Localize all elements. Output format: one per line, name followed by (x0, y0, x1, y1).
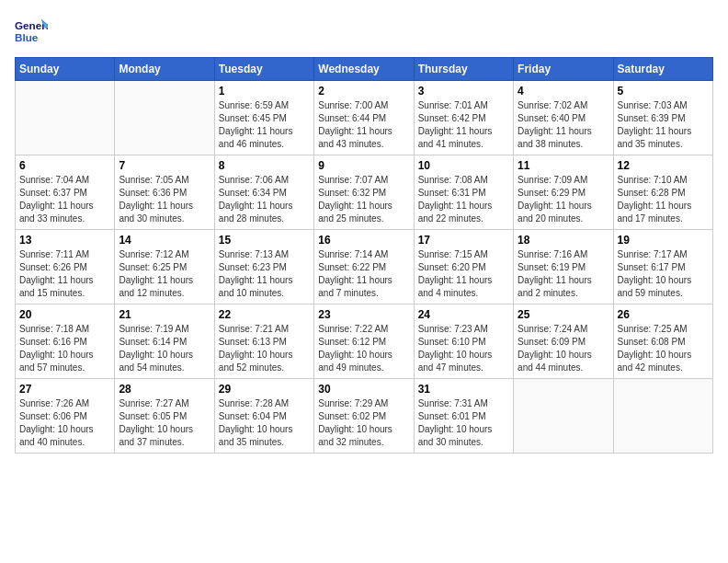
calendar-cell (115, 81, 214, 155)
calendar-cell (514, 379, 613, 454)
day-info: Sunrise: 7:06 AM Sunset: 6:34 PM Dayligh… (219, 174, 310, 225)
calendar-cell: 27Sunrise: 7:26 AM Sunset: 6:06 PM Dayli… (16, 379, 115, 454)
calendar-cell: 29Sunrise: 7:28 AM Sunset: 6:04 PM Dayli… (214, 379, 313, 454)
calendar-week-3: 13Sunrise: 7:11 AM Sunset: 6:26 PM Dayli… (16, 230, 713, 304)
calendar-week-4: 20Sunrise: 7:18 AM Sunset: 6:16 PM Dayli… (16, 304, 713, 379)
calendar-cell: 26Sunrise: 7:25 AM Sunset: 6:08 PM Dayli… (613, 304, 712, 379)
calendar-cell: 25Sunrise: 7:24 AM Sunset: 6:09 PM Dayli… (514, 304, 613, 379)
calendar-cell: 24Sunrise: 7:23 AM Sunset: 6:10 PM Dayli… (414, 304, 513, 379)
day-info: Sunrise: 7:13 AM Sunset: 6:23 PM Dayligh… (219, 248, 310, 300)
day-info: Sunrise: 7:01 AM Sunset: 6:42 PM Dayligh… (418, 99, 509, 151)
day-info: Sunrise: 7:18 AM Sunset: 6:16 PM Dayligh… (19, 323, 110, 374)
day-info: Sunrise: 7:16 AM Sunset: 6:19 PM Dayligh… (518, 248, 609, 300)
calendar-cell: 30Sunrise: 7:29 AM Sunset: 6:02 PM Dayli… (314, 379, 414, 454)
day-number: 27 (19, 383, 110, 396)
day-info: Sunrise: 7:17 AM Sunset: 6:17 PM Dayligh… (618, 248, 709, 300)
day-number: 3 (418, 85, 509, 98)
calendar-cell: 23Sunrise: 7:22 AM Sunset: 6:12 PM Dayli… (314, 304, 414, 379)
logo: General Blue (15, 15, 48, 48)
day-number: 2 (318, 85, 409, 98)
weekday-header-row: SundayMondayTuesdayWednesdayThursdayFrid… (16, 58, 713, 81)
day-info: Sunrise: 7:24 AM Sunset: 6:09 PM Dayligh… (518, 323, 609, 374)
day-info: Sunrise: 7:25 AM Sunset: 6:08 PM Dayligh… (618, 323, 709, 374)
day-number: 16 (318, 234, 409, 247)
weekday-header-wednesday: Wednesday (314, 58, 414, 81)
day-info: Sunrise: 7:03 AM Sunset: 6:39 PM Dayligh… (618, 99, 709, 151)
day-number: 30 (318, 383, 409, 396)
day-number: 28 (119, 383, 210, 396)
calendar-week-5: 27Sunrise: 7:26 AM Sunset: 6:06 PM Dayli… (16, 379, 713, 454)
day-number: 11 (518, 159, 609, 172)
calendar-cell: 7Sunrise: 7:05 AM Sunset: 6:36 PM Daylig… (115, 155, 214, 230)
day-info: Sunrise: 6:59 AM Sunset: 6:45 PM Dayligh… (219, 99, 310, 151)
day-number: 13 (19, 234, 110, 247)
day-info: Sunrise: 7:22 AM Sunset: 6:12 PM Dayligh… (318, 323, 409, 374)
day-number: 21 (119, 308, 210, 321)
weekday-header-friday: Friday (514, 58, 613, 81)
day-info: Sunrise: 7:23 AM Sunset: 6:10 PM Dayligh… (418, 323, 509, 374)
calendar-week-2: 6Sunrise: 7:04 AM Sunset: 6:37 PM Daylig… (16, 155, 713, 230)
day-info: Sunrise: 7:29 AM Sunset: 6:02 PM Dayligh… (318, 397, 409, 449)
day-info: Sunrise: 7:05 AM Sunset: 6:36 PM Dayligh… (119, 174, 210, 225)
day-info: Sunrise: 7:11 AM Sunset: 6:26 PM Dayligh… (19, 248, 110, 300)
day-number: 14 (119, 234, 210, 247)
weekday-header-monday: Monday (115, 58, 214, 81)
day-number: 20 (19, 308, 110, 321)
day-number: 25 (518, 308, 609, 321)
day-number: 5 (618, 85, 709, 98)
day-number: 19 (618, 234, 709, 247)
calendar-cell: 4Sunrise: 7:02 AM Sunset: 6:40 PM Daylig… (514, 81, 613, 155)
day-info: Sunrise: 7:12 AM Sunset: 6:25 PM Dayligh… (119, 248, 210, 300)
calendar-cell: 10Sunrise: 7:08 AM Sunset: 6:31 PM Dayli… (414, 155, 513, 230)
day-info: Sunrise: 7:08 AM Sunset: 6:31 PM Dayligh… (418, 174, 509, 225)
day-number: 4 (518, 85, 609, 98)
day-number: 24 (418, 308, 509, 321)
calendar-cell: 15Sunrise: 7:13 AM Sunset: 6:23 PM Dayli… (214, 230, 313, 304)
day-number: 23 (318, 308, 409, 321)
day-info: Sunrise: 7:00 AM Sunset: 6:44 PM Dayligh… (318, 99, 409, 151)
day-number: 31 (418, 383, 509, 396)
weekday-header-sunday: Sunday (16, 58, 115, 81)
calendar-cell: 5Sunrise: 7:03 AM Sunset: 6:39 PM Daylig… (613, 81, 712, 155)
calendar-cell (613, 379, 712, 454)
day-info: Sunrise: 7:07 AM Sunset: 6:32 PM Dayligh… (318, 174, 409, 225)
day-info: Sunrise: 7:14 AM Sunset: 6:22 PM Dayligh… (318, 248, 409, 300)
calendar-cell: 16Sunrise: 7:14 AM Sunset: 6:22 PM Dayli… (314, 230, 414, 304)
day-number: 22 (219, 308, 310, 321)
day-number: 6 (19, 159, 110, 172)
day-number: 10 (418, 159, 509, 172)
day-info: Sunrise: 7:04 AM Sunset: 6:37 PM Dayligh… (19, 174, 110, 225)
day-info: Sunrise: 7:28 AM Sunset: 6:04 PM Dayligh… (219, 397, 310, 449)
day-number: 15 (219, 234, 310, 247)
weekday-header-saturday: Saturday (613, 58, 712, 81)
weekday-header-tuesday: Tuesday (214, 58, 313, 81)
calendar-cell: 3Sunrise: 7:01 AM Sunset: 6:42 PM Daylig… (414, 81, 513, 155)
calendar-table: SundayMondayTuesdayWednesdayThursdayFrid… (15, 57, 713, 454)
day-number: 29 (219, 383, 310, 396)
calendar-cell: 31Sunrise: 7:31 AM Sunset: 6:01 PM Dayli… (414, 379, 513, 454)
calendar-cell: 22Sunrise: 7:21 AM Sunset: 6:13 PM Dayli… (214, 304, 313, 379)
day-number: 7 (119, 159, 210, 172)
day-info: Sunrise: 7:26 AM Sunset: 6:06 PM Dayligh… (19, 397, 110, 449)
day-info: Sunrise: 7:02 AM Sunset: 6:40 PM Dayligh… (518, 99, 609, 151)
day-number: 9 (318, 159, 409, 172)
calendar-cell: 13Sunrise: 7:11 AM Sunset: 6:26 PM Dayli… (16, 230, 115, 304)
calendar-cell: 18Sunrise: 7:16 AM Sunset: 6:19 PM Dayli… (514, 230, 613, 304)
page-header: General Blue (15, 15, 713, 48)
calendar-cell: 19Sunrise: 7:17 AM Sunset: 6:17 PM Dayli… (613, 230, 712, 304)
day-info: Sunrise: 7:09 AM Sunset: 6:29 PM Dayligh… (518, 174, 609, 225)
calendar-cell: 8Sunrise: 7:06 AM Sunset: 6:34 PM Daylig… (214, 155, 313, 230)
logo-icon: General Blue (15, 15, 48, 48)
day-info: Sunrise: 7:31 AM Sunset: 6:01 PM Dayligh… (418, 397, 509, 449)
calendar-cell: 14Sunrise: 7:12 AM Sunset: 6:25 PM Dayli… (115, 230, 214, 304)
calendar-cell (16, 81, 115, 155)
calendar-cell: 2Sunrise: 7:00 AM Sunset: 6:44 PM Daylig… (314, 81, 414, 155)
day-number: 17 (418, 234, 509, 247)
day-number: 18 (518, 234, 609, 247)
calendar-week-1: 1Sunrise: 6:59 AM Sunset: 6:45 PM Daylig… (16, 81, 713, 155)
day-number: 12 (618, 159, 709, 172)
day-number: 1 (219, 85, 310, 98)
day-info: Sunrise: 7:27 AM Sunset: 6:05 PM Dayligh… (119, 397, 210, 449)
weekday-header-thursday: Thursday (414, 58, 513, 81)
calendar-cell: 9Sunrise: 7:07 AM Sunset: 6:32 PM Daylig… (314, 155, 414, 230)
